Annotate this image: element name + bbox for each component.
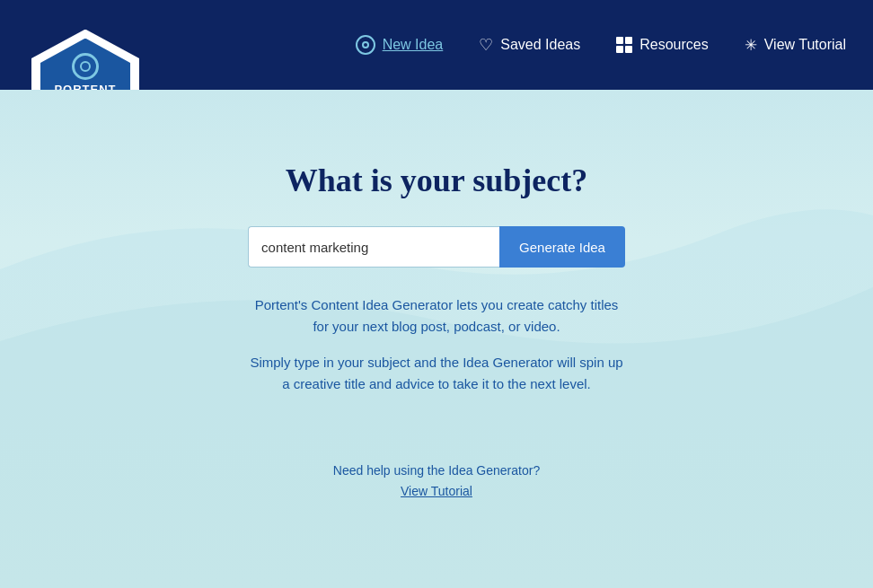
- nav-new-idea[interactable]: New Idea: [356, 35, 444, 55]
- help-text: Need help using the Idea Generator?: [333, 463, 540, 478]
- nav-view-tutorial[interactable]: ✳ View Tutorial: [745, 36, 846, 55]
- navbar: PORTENT Idea Generator ✳ New Idea ♡ Save…: [0, 0, 873, 90]
- nav-new-idea-label: New Idea: [383, 37, 444, 53]
- nav-tutorial-label: View Tutorial: [764, 37, 846, 53]
- description-2: Simply type in your subject and the Idea…: [248, 352, 625, 395]
- tutorial-icon: ✳: [745, 36, 757, 55]
- page-background: What is your subject? Generate Idea Port…: [0, 90, 873, 588]
- logo-circle-icon: [72, 53, 99, 80]
- page-heading: What is your subject?: [286, 162, 587, 199]
- nav-saved-ideas-label: Saved Ideas: [500, 37, 580, 53]
- tutorial-link[interactable]: View Tutorial: [401, 484, 472, 498]
- nav-links: New Idea ♡ Saved Ideas Resources ✳ View …: [356, 35, 846, 55]
- nav-resources-label: Resources: [639, 37, 708, 53]
- nav-saved-ideas[interactable]: ♡ Saved Ideas: [479, 35, 580, 55]
- help-block: Need help using the Idea Generator? View…: [333, 463, 540, 499]
- search-row: Generate Idea: [248, 226, 625, 268]
- generate-button[interactable]: Generate Idea: [499, 226, 625, 268]
- subject-input[interactable]: [248, 226, 499, 268]
- description-1: Portent's Content Idea Generator lets yo…: [248, 294, 625, 338]
- description-block: Portent's Content Idea Generator lets yo…: [248, 294, 625, 409]
- resources-icon: [616, 37, 632, 53]
- nav-resources[interactable]: Resources: [616, 37, 708, 53]
- saved-ideas-icon: ♡: [479, 35, 493, 55]
- new-idea-icon: [356, 35, 375, 55]
- main-content: What is your subject? Generate Idea Port…: [0, 90, 873, 499]
